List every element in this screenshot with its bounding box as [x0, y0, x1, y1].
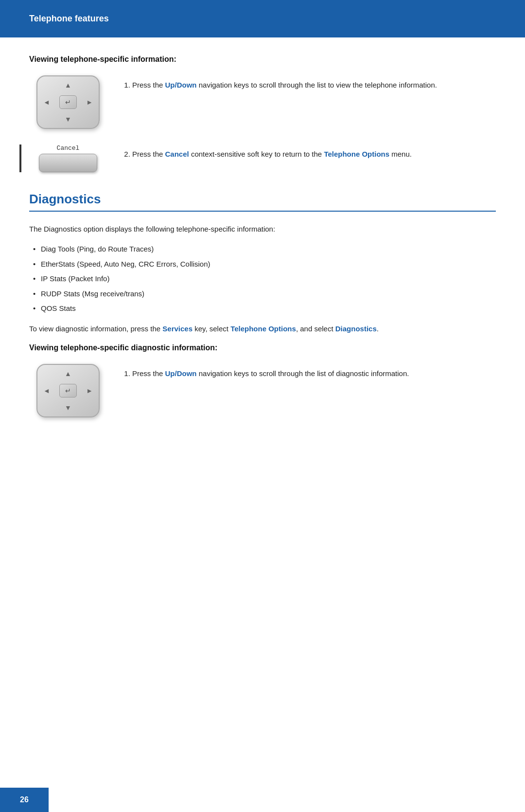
- step1-image: ▲ ▼ ◄ ► ↵: [29, 75, 107, 129]
- step1-prefix: Press the: [132, 81, 165, 89]
- diag-footer-prefix: To view diagnostic information, press th…: [29, 325, 162, 333]
- diag-step1-prefix: Press the: [132, 369, 165, 378]
- diagnostics-footer-text: To view diagnostic information, press th…: [29, 323, 496, 335]
- nav-right-arrow: ►: [86, 98, 93, 106]
- step1-list-item: Press the Up/Down navigation keys to scr…: [132, 79, 496, 90]
- bullet-item-2: EtherStats (Speed, Auto Neg, CRC Errors,…: [29, 259, 496, 270]
- diag-footer-suffix: , and select: [296, 325, 335, 333]
- diag-nav-key-image: ▲ ▼ ◄ ► ↵: [36, 364, 100, 417]
- bullet-item-4: RUDP Stats (Msg receive/trans): [29, 289, 496, 300]
- step2-prefix: Press the: [132, 150, 165, 158]
- diagnostics-link: Diagnostics: [335, 325, 377, 333]
- section1-heading: Viewing telephone-specific information:: [29, 55, 496, 64]
- step2-cancel-link: Cancel: [165, 150, 189, 158]
- diag-footer-middle: key, select: [192, 325, 230, 333]
- step1-text: Press the Up/Down navigation keys to scr…: [122, 75, 496, 94]
- diag-nav-left-arrow: ◄: [43, 387, 50, 395]
- page-footer: 26: [0, 788, 49, 812]
- services-link: Services: [162, 325, 192, 333]
- page-number: 26: [20, 795, 29, 804]
- step2-row: Cancel Press the Cancel context-sensitiv…: [29, 144, 496, 172]
- bullet-item-3: IP Stats (Packet Info): [29, 273, 496, 285]
- diag-step1-updown-link: Up/Down: [165, 369, 197, 378]
- diag-nav-center-button: ↵: [59, 384, 77, 397]
- diag-step1-suffix: navigation keys to scroll through the li…: [197, 369, 409, 378]
- header-bar: Telephone features: [0, 0, 525, 37]
- diag-step1-text: Press the Up/Down navigation keys to scr…: [122, 364, 496, 383]
- step1-middle: navigation keys to scroll through the li…: [197, 81, 437, 89]
- step2-image: Cancel: [29, 144, 107, 172]
- nav-center-button: ↵: [59, 95, 77, 109]
- diag-nav-up-arrow: ▲: [65, 370, 71, 378]
- step2-telephone-options-link: Telephone Options: [324, 150, 389, 158]
- step2-suffix: menu.: [389, 150, 412, 158]
- diagnostics-title: Diagnostics: [29, 192, 496, 207]
- header-title: Telephone features: [29, 14, 109, 23]
- cancel-key-label: Cancel: [57, 144, 80, 152]
- nav-down-arrow: ▼: [65, 115, 71, 123]
- cancel-key-button: [39, 154, 97, 172]
- step1-row: ▲ ▼ ◄ ► ↵ Press the Up/Down navigation k…: [29, 75, 496, 129]
- step2-middle: context-sensitive soft key to return to …: [189, 150, 324, 158]
- diag-step-heading: Viewing telephone-specific diagnostic in…: [29, 343, 496, 352]
- diag-step1-row: ▲ ▼ ◄ ► ↵ Press the Up/Down navigation k…: [29, 364, 496, 417]
- section-divider: [29, 211, 496, 212]
- nav-left-arrow: ◄: [43, 98, 50, 106]
- nav-up-arrow: ▲: [65, 81, 71, 89]
- step2-text: Press the Cancel context-sensitive soft …: [122, 144, 496, 163]
- nav-key-image: ▲ ▼ ◄ ► ↵: [36, 75, 100, 129]
- step2-list-item: Press the Cancel context-sensitive soft …: [132, 148, 496, 160]
- bullet-item-5: QOS Stats: [29, 303, 496, 314]
- cancel-key-wrapper: Cancel: [39, 144, 97, 172]
- telephone-options-link: Telephone Options: [230, 325, 296, 333]
- step1-updown-link: Up/Down: [165, 81, 197, 89]
- diag-nav-down-arrow: ▼: [65, 404, 71, 412]
- main-content: Viewing telephone-specific information: …: [0, 37, 525, 472]
- diagnostics-bullet-list: Diag Tools (Ping, do Route Traces) Ether…: [29, 244, 496, 314]
- bullet-item-1: Diag Tools (Ping, do Route Traces): [29, 244, 496, 255]
- diag-step1-list-item: Press the Up/Down navigation keys to scr…: [132, 368, 496, 379]
- diag-period: .: [377, 325, 379, 333]
- left-accent-bar: [19, 144, 21, 172]
- diagnostics-intro: The Diagnostics option displays the foll…: [29, 223, 496, 235]
- diagnostics-section: Diagnostics The Diagnostics option displ…: [29, 192, 496, 417]
- diag-step1-image: ▲ ▼ ◄ ► ↵: [29, 364, 107, 417]
- diag-nav-right-arrow: ►: [86, 387, 93, 395]
